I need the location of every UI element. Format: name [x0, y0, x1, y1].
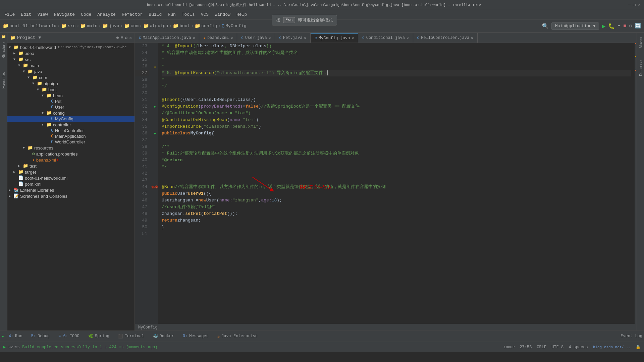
tree-iml[interactable]: 📄 boot-01-helloworld.iml — [7, 175, 135, 181]
menu-vcs[interactable]: VCS — [198, 11, 211, 18]
bottom-tab-spring[interactable]: 🌿 Spring — [84, 333, 113, 340]
tab-user[interactable]: C User.java ✕ — [237, 33, 275, 43]
search-icon[interactable]: 🔍 — [542, 23, 549, 29]
settings-btn[interactable]: ⚙ — [125, 35, 127, 41]
tree-external-libs[interactable]: ▶ 📚 External Libraries — [7, 187, 135, 193]
line-sep-info[interactable]: CRLF — [537, 345, 546, 350]
tree-pom[interactable]: 📄 pom.xml — [7, 181, 135, 187]
maximize-btn[interactable]: □ — [633, 3, 636, 7]
tree-scratches[interactable]: ▶ 📝 Scratches and Consoles — [7, 193, 135, 199]
tab-mainapplication-close[interactable]: ✕ — [193, 36, 195, 40]
tab-conditional-close[interactable]: ✕ — [407, 36, 409, 40]
menu-tools[interactable]: Tools — [179, 11, 198, 18]
position-info[interactable]: 27:53 — [520, 345, 532, 350]
tab-hellocontroller-close[interactable]: ✕ — [471, 36, 473, 40]
bottom-tab-terminal[interactable]: ⬛ Terminal — [114, 333, 148, 340]
tab-myconfig-close[interactable]: ✕ — [352, 36, 354, 40]
tab-beans-xml[interactable]: ✦ beans.xml ✕ — [199, 33, 237, 43]
menu-edit[interactable]: Edit — [18, 11, 34, 18]
project-dropdown-icon[interactable]: ▼ — [39, 35, 41, 40]
run-config-selector[interactable]: MainApplication ▼ — [551, 22, 599, 30]
locate-btn[interactable]: ⊕ — [116, 35, 119, 41]
tree-controller[interactable]: ▼ 📁 controller — [7, 122, 135, 128]
tree-hello-controller[interactable]: C HelloController — [7, 128, 135, 133]
hide-btn[interactable]: ✕ — [129, 35, 132, 41]
tree-beans-xml[interactable]: ✦ beans.xml ● — [7, 157, 135, 163]
tree-com[interactable]: ▼ 📁 com — [7, 74, 135, 80]
debug-btn[interactable]: 🐛 — [608, 23, 615, 29]
tree-java[interactable]: ▼ 📁 java — [7, 68, 135, 74]
bottom-tab-java-enterprise[interactable]: ☕ Java Enterprise — [213, 333, 262, 340]
update-icon[interactable]: 🔄 — [635, 23, 641, 29]
tab-mainapplication[interactable]: C MainApplication.java ✕ — [135, 33, 199, 43]
settings-icon[interactable]: ⚙ — [629, 23, 632, 29]
bottom-tab-messages[interactable]: 0: Messages — [179, 333, 213, 340]
project-icon-strip[interactable]: 📁 — [1, 35, 6, 39]
breadcrumb-myconfig[interactable]: MyConfig — [225, 23, 246, 28]
close-btn[interactable]: ✕ — [638, 2, 641, 7]
tab-user-close[interactable]: ✕ — [269, 36, 271, 40]
structure-label[interactable]: Structure — [0, 39, 7, 62]
run-gutter-36[interactable]: ▶ — [154, 131, 156, 135]
breadcrumb-config[interactable]: config — [201, 23, 217, 28]
breadcrumb-src[interactable]: src — [68, 23, 75, 28]
tab-pet-close[interactable]: ✕ — [304, 36, 307, 40]
menu-file[interactable]: File — [2, 11, 17, 18]
coverage-btn[interactable]: ☂ — [618, 23, 621, 29]
tab-hellocontroller[interactable]: C HelloController.java ✕ — [413, 33, 478, 43]
minimize-btn[interactable]: ─ — [628, 3, 630, 7]
breadcrumb-java[interactable]: java — [109, 23, 119, 28]
tree-atguigu[interactable]: ▼ 📁 atguigu — [7, 80, 135, 86]
tree-root[interactable]: ▼ 📁 boot-01-helloworld C:\Users\lfy\Desk… — [7, 44, 135, 50]
tree-myconfig[interactable]: C MyConfig — [7, 116, 135, 122]
database-label[interactable]: Database — [638, 58, 644, 79]
menu-view[interactable]: View — [35, 11, 50, 18]
menu-analyze[interactable]: Analyze — [95, 11, 118, 18]
bottom-tab-docker[interactable]: 🐳 Docker — [149, 333, 178, 340]
menu-window[interactable]: Window — [212, 11, 233, 18]
tree-resources[interactable]: ▼ 📁 resources — [7, 145, 135, 151]
tree-pet[interactable]: C Pet — [7, 99, 135, 104]
breadcrumb-boot[interactable]: boot — [179, 23, 190, 28]
menu-run[interactable]: Run — [165, 11, 178, 18]
menu-code[interactable]: Code — [78, 11, 94, 18]
maven-label[interactable]: Maven — [638, 35, 644, 51]
breadcrumb-com[interactable]: com — [131, 23, 139, 28]
tree-main[interactable]: ▼ 📁 main — [7, 62, 135, 68]
bottom-tab-run[interactable]: 4: Run — [5, 333, 26, 340]
indent-info[interactable]: 4 spaces — [569, 345, 588, 350]
tree-bean[interactable]: ▼ 📁 bean — [7, 93, 135, 99]
run-btn[interactable]: ▶ — [602, 22, 605, 30]
favorites-label[interactable]: Favorites — [0, 69, 7, 92]
breadcrumb-main[interactable]: main — [87, 23, 97, 28]
breadcrumb-root[interactable]: boot-01-helloworld — [9, 23, 56, 28]
run-gutter-32[interactable]: ▶ — [154, 105, 156, 109]
tab-myconfig[interactable]: C MyConfig.java ✕ — [311, 33, 358, 43]
stop-btn[interactable]: ■ — [623, 23, 627, 29]
tab-conditional[interactable]: C Conditional.java ✕ — [358, 33, 413, 43]
tab-pet[interactable]: C Pet.java ✕ — [275, 33, 311, 43]
bean-gutter-44[interactable]: 🫘 — [151, 185, 155, 189]
tree-target[interactable]: ▶ 📁 target — [7, 169, 135, 175]
tree-boot[interactable]: ▼ 📁 boot — [7, 86, 135, 93]
breadcrumb-atguigu[interactable]: atguigu — [150, 23, 168, 28]
bottom-tab-todo[interactable]: ≡ 6: TODO — [54, 333, 84, 340]
tree-app-props[interactable]: ⚙ application.properties — [7, 151, 135, 157]
bottom-tab-debug[interactable]: 5: Debug — [27, 333, 54, 340]
menu-refactor[interactable]: Refactor — [119, 11, 145, 18]
tree-config[interactable]: ▼ 📁 config — [7, 110, 135, 116]
collapse-btn[interactable]: ≡ — [121, 35, 123, 41]
menu-help[interactable]: Help — [234, 11, 250, 18]
encoding-info[interactable]: UTF-8 — [551, 345, 564, 350]
tree-idea[interactable]: ▶ 📁 .idea — [7, 50, 135, 56]
code-content[interactable]: * 4. @Import({User.class, DBHelper.class… — [158, 43, 635, 324]
menu-navigate[interactable]: Navigate — [51, 11, 77, 18]
tree-src[interactable]: ▼ 📁 src — [7, 56, 135, 62]
menu-build[interactable]: Build — [146, 11, 164, 18]
tree-user[interactable]: C User — [7, 104, 135, 110]
tab-beans-xml-close[interactable]: ✕ — [231, 36, 233, 40]
tree-test[interactable]: ▶ 📁 test — [7, 163, 135, 169]
event-log-label[interactable]: Event Log — [621, 334, 642, 339]
tree-world-controller[interactable]: C WorldController — [7, 139, 135, 145]
tree-main-app[interactable]: C MainApplication — [7, 133, 135, 139]
